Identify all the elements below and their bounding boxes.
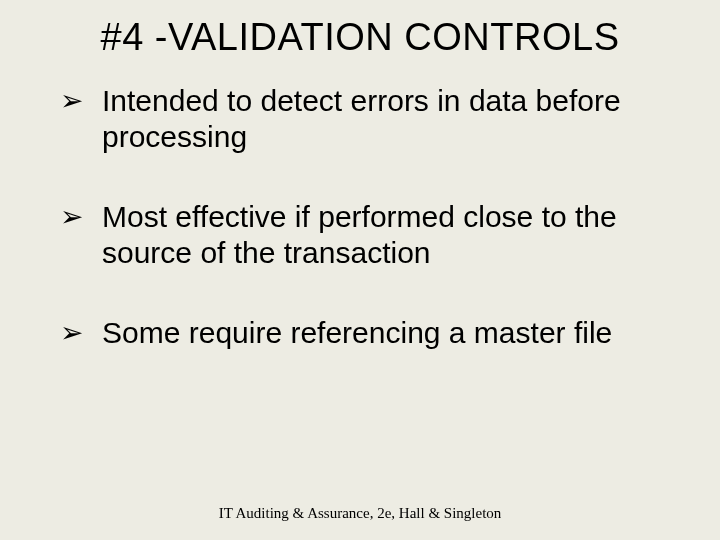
list-item: Most effective if performed close to the… (60, 199, 680, 271)
bullet-text: Intended to detect errors in data before… (102, 84, 621, 153)
bullet-list: Intended to detect errors in data before… (30, 83, 690, 351)
slide: #4 -VALIDATION CONTROLS Intended to dete… (0, 0, 720, 540)
list-item: Intended to detect errors in data before… (60, 83, 680, 155)
list-item: Some require referencing a master file (60, 315, 680, 351)
bullet-text: Some require referencing a master file (102, 316, 612, 349)
slide-title: #4 -VALIDATION CONTROLS (30, 16, 690, 59)
bullet-text: Most effective if performed close to the… (102, 200, 617, 269)
slide-footer: IT Auditing & Assurance, 2e, Hall & Sing… (0, 505, 720, 522)
